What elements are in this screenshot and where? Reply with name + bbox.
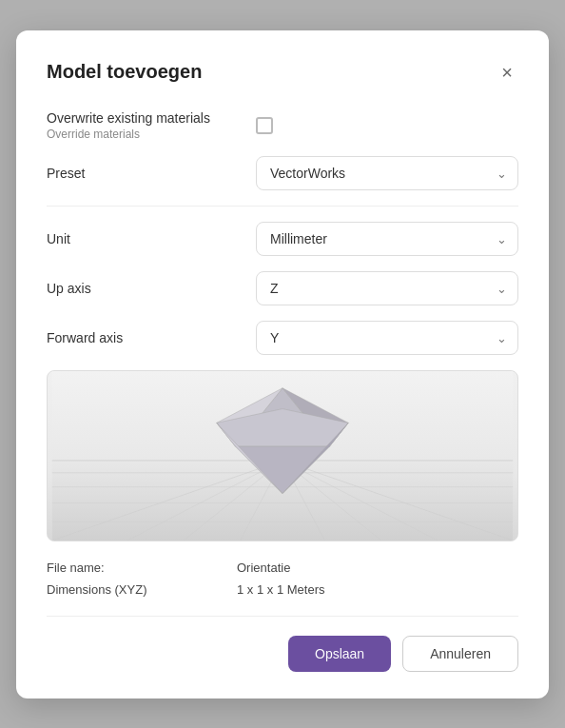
up-axis-select-wrapper: Z Y X ⌄ <box>256 271 518 305</box>
up-axis-label: Up axis <box>47 281 256 296</box>
preset-row: Preset VectorWorks Custom Default ⌄ <box>47 156 518 190</box>
file-name-label: File name: <box>47 561 199 575</box>
up-axis-row: Up axis Z Y X ⌄ <box>47 271 518 305</box>
model-dialog: Model toevoegen × Overwrite existing mat… <box>16 30 549 698</box>
save-button[interactable]: Opslaan <box>288 636 391 672</box>
up-axis-label-block: Up axis <box>47 281 256 296</box>
dialog-header: Model toevoegen × <box>47 61 518 84</box>
forward-axis-select-wrapper: Y Z X ⌄ <box>256 321 518 355</box>
overwrite-row: Overwrite existing materials Override ma… <box>47 110 518 141</box>
unit-control: Millimeter Centimeter Meter Inch Foot ⌄ <box>256 222 518 256</box>
forward-axis-label-block: Forward axis <box>47 330 256 345</box>
unit-label: Unit <box>47 231 256 246</box>
info-row-1: File name: Orientatie <box>47 561 518 575</box>
unit-select-wrapper: Millimeter Centimeter Meter Inch Foot ⌄ <box>256 222 518 256</box>
unit-label-block: Unit <box>47 231 256 246</box>
dimensions-value: 1 x 1 x 1 Meters <box>237 582 324 597</box>
forward-axis-control: Y Z X ⌄ <box>256 321 518 355</box>
3d-preview <box>47 370 518 541</box>
info-row-2: Dimensions (XYZ) 1 x 1 x 1 Meters <box>47 582 518 597</box>
close-button[interactable]: × <box>496 61 518 84</box>
overwrite-label-block: Overwrite existing materials Override ma… <box>47 110 256 141</box>
orientatie-label: Orientatie <box>237 561 290 575</box>
forward-axis-label: Forward axis <box>47 330 256 345</box>
forward-axis-row: Forward axis Y Z X ⌄ <box>47 321 518 355</box>
overwrite-sublabel: Override materials <box>47 128 256 141</box>
up-axis-control: Z Y X ⌄ <box>256 271 518 305</box>
preview-svg <box>48 371 517 541</box>
overwrite-checkbox-area <box>256 117 518 134</box>
footer-divider <box>47 616 518 617</box>
dialog-footer: Opslaan Annuleren <box>47 636 518 672</box>
forward-axis-select[interactable]: Y Z X <box>256 321 518 355</box>
cancel-button[interactable]: Annuleren <box>402 636 518 672</box>
preset-label: Preset <box>47 166 256 181</box>
unit-row: Unit Millimeter Centimeter Meter Inch Fo… <box>47 222 518 256</box>
overwrite-checkbox[interactable] <box>256 117 273 134</box>
preset-select-wrapper: VectorWorks Custom Default ⌄ <box>256 156 518 190</box>
dialog-title: Model toevoegen <box>47 61 202 83</box>
preset-select[interactable]: VectorWorks Custom Default <box>256 156 518 190</box>
divider-1 <box>47 206 518 207</box>
preset-control: VectorWorks Custom Default ⌄ <box>256 156 518 190</box>
unit-select[interactable]: Millimeter Centimeter Meter Inch Foot <box>256 222 518 256</box>
overwrite-label: Overwrite existing materials <box>47 110 256 126</box>
dimensions-label: Dimensions (XYZ) <box>47 582 199 597</box>
preset-label-block: Preset <box>47 166 256 181</box>
up-axis-select[interactable]: Z Y X <box>256 271 518 305</box>
